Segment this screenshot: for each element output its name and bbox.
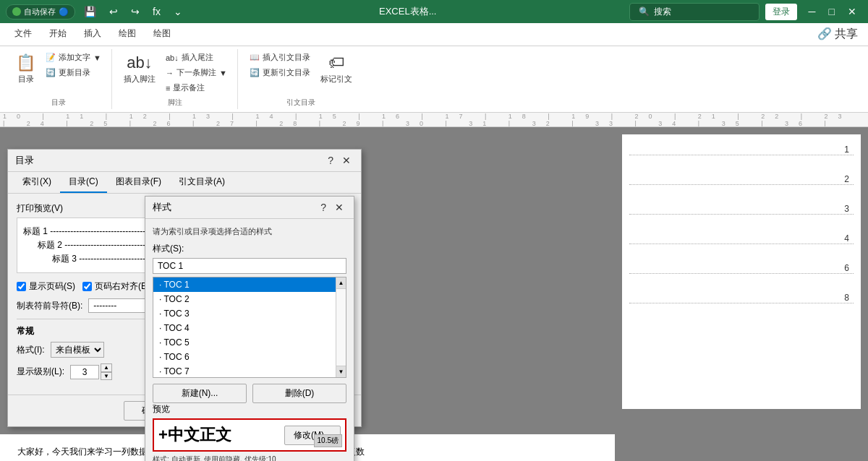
- autosave-toggle[interactable]: 自动保存 🔵: [6, 4, 75, 20]
- search-box[interactable]: 🔍 搜索: [629, 3, 760, 21]
- filename: EXCEL表格...: [379, 6, 436, 17]
- right-align-checkbox[interactable]: 页码右对齐(B): [82, 280, 150, 293]
- style-dialog-help[interactable]: ?: [318, 202, 329, 213]
- style-item-toc2[interactable]: · TOC 2: [153, 292, 346, 306]
- tab-draw2[interactable]: 绘图: [145, 23, 179, 46]
- levels-up-button[interactable]: ▲: [101, 363, 112, 372]
- listbox-scrollbar[interactable]: ▲ ▼: [336, 277, 346, 377]
- doc-area: 目录 ? ✕ 索引(X) 目录(C) 图表目录(F) 引文目录(A) 打印预览(…: [0, 127, 615, 461]
- tab-insert[interactable]: 插入: [75, 23, 110, 46]
- toc-button[interactable]: 📋 目录: [12, 51, 40, 87]
- show-pagenum-checkbox[interactable]: 显示页码(S): [17, 280, 75, 293]
- style-current-input[interactable]: [153, 258, 346, 274]
- insert-citation-button[interactable]: 📖 插入引文目录: [245, 51, 315, 64]
- delete-style-button[interactable]: 删除(D): [252, 384, 346, 403]
- style-dialog-close[interactable]: ✕: [332, 202, 346, 213]
- style-description: 请为索引或目录项选择合适的样式: [153, 226, 346, 237]
- format-select[interactable]: 来自模板: [51, 342, 104, 358]
- footnote-group-label: 脚注: [168, 96, 182, 108]
- restore-button[interactable]: □: [823, 4, 841, 19]
- style-preview-text: +中文正文: [158, 424, 278, 446]
- style-item-toc6[interactable]: · TOC 6: [153, 350, 346, 364]
- doc-line-5: 6: [629, 273, 854, 274]
- ruler: 8 | 7 | 6 | 5 | 4 | 3 | 2 | 1 | 1 | 2 | …: [0, 113, 868, 127]
- style-item-toc1[interactable]: · TOC 1: [153, 277, 346, 292]
- format-label: 格式(I):: [17, 344, 45, 356]
- mark-icon: 🏷: [328, 53, 344, 72]
- formula-button[interactable]: fx: [148, 4, 165, 19]
- show-pagenum-input[interactable]: [17, 282, 26, 291]
- insert-endnote-button[interactable]: ab↓ 插入尾注: [161, 51, 231, 64]
- title-bar-right: 🔍 搜索 登录 ─ □ ✕: [629, 3, 862, 21]
- main-area: 目录 ? ✕ 索引(X) 目录(C) 图表目录(F) 引文目录(A) 打印预览(…: [0, 127, 868, 461]
- title-bar: 自动保存 🔵 💾 ↩ ↪ fx ⌄ EXCEL表格... 🔍 搜索 登录 ─ □…: [0, 0, 868, 23]
- toc-dialog-controls: ? ✕: [325, 155, 354, 166]
- next-footnote-button[interactable]: → 下一条脚注 ▼: [161, 66, 231, 79]
- style-preview-desc1: 样式: 自动更新, 使用前隐藏, 优先级:10: [153, 454, 346, 461]
- login-button[interactable]: 登录: [765, 4, 797, 20]
- style-item-toc3[interactable]: · TOC 3: [153, 306, 346, 321]
- toc-dialog-tabs: 索引(X) 目录(C) 图表目录(F) 引文目录(A): [8, 172, 361, 194]
- style-preview-section: 预览 +中文正文 修改(M)... 10.5磅 样式: 自动更新, 使用前隐藏,…: [153, 403, 346, 461]
- new-style-button[interactable]: 新建(N)...: [153, 384, 247, 403]
- page-num-2: 2: [844, 174, 849, 184]
- save-button[interactable]: 💾: [80, 4, 101, 19]
- search-icon: 🔍: [639, 7, 650, 17]
- mark-citation-button[interactable]: 🏷 标记引文: [316, 51, 357, 87]
- right-align-input[interactable]: [82, 282, 92, 291]
- ribbon-row-footnote: ab↓ 插入脚注 ab↓ 插入尾注 → 下一条脚注 ▼ ≡ 显示备: [119, 51, 231, 95]
- listbox-scroll-down[interactable]: ▼: [336, 366, 346, 377]
- tab-draw1[interactable]: 绘图: [110, 23, 145, 46]
- toc-dialog-title-bar: 目录 ? ✕: [8, 150, 361, 172]
- page-num-6: 8: [844, 293, 849, 303]
- menu-button[interactable]: ⌄: [169, 4, 187, 19]
- close-button[interactable]: ✕: [842, 4, 862, 19]
- update-toc-button[interactable]: 🔄 更新目录: [41, 66, 106, 79]
- ribbon: 文件 开始 插入 绘图 绘图 🔗 共享 📋 目录 📝 添加文字 ▼: [0, 23, 868, 113]
- style-dialog-body: 请为索引或目录项选择合适的样式 样式(S): · TOC 1 · TOC 2 ·…: [145, 219, 354, 461]
- next-footnote-arrow: ▼: [219, 69, 227, 77]
- tab-home[interactable]: 开始: [41, 23, 75, 46]
- toc-dialog-close[interactable]: ✕: [339, 155, 354, 166]
- doc-line-4: 4: [629, 244, 854, 244]
- toc-dialog-help[interactable]: ?: [325, 155, 336, 166]
- style-item-toc4[interactable]: · TOC 4: [153, 321, 346, 335]
- tab-figure[interactable]: 图表目录(F): [107, 172, 170, 193]
- add-text-button[interactable]: 📝 添加文字 ▼: [41, 51, 106, 64]
- style-dialog-title-bar: 样式 ? ✕: [145, 197, 354, 219]
- tab-toc[interactable]: 目录(C): [60, 172, 107, 193]
- listbox-scroll-up[interactable]: ▲: [336, 277, 346, 289]
- update-citation-button[interactable]: 🔄 更新引文目录: [245, 66, 315, 79]
- spinner-buttons: ▲ ▼: [101, 363, 112, 380]
- style-dialog: 样式 ? ✕ 请为索引或目录项选择合适的样式 样式(S): · TOC 1 · …: [145, 196, 354, 461]
- tab-file[interactable]: 文件: [6, 23, 41, 46]
- style-action-buttons: 新建(N)... 删除(D): [153, 384, 346, 403]
- search-placeholder: 搜索: [654, 6, 671, 18]
- redo-button[interactable]: ↪: [127, 4, 144, 19]
- share-button[interactable]: 🔗 共享: [813, 25, 862, 43]
- style-item-toc5[interactable]: · TOC 5: [153, 335, 346, 350]
- undo-button[interactable]: ↩: [105, 4, 122, 19]
- style-dialog-title-text: 样式: [153, 201, 171, 214]
- insert-footnote-button[interactable]: ab↓ 插入脚注: [119, 51, 160, 95]
- style-dialog-controls: ? ✕: [318, 202, 346, 213]
- ribbon-content: 📋 目录 📝 添加文字 ▼ 🔄 更新目录 目录: [0, 46, 868, 112]
- next-footnote-icon: →: [166, 69, 174, 77]
- ribbon-row-citations: 📖 插入引文目录 🔄 更新引文目录 🏷 标记引文: [245, 51, 357, 87]
- levels-input[interactable]: [70, 365, 99, 379]
- dotted-1: [629, 155, 854, 155]
- tab-index[interactable]: 索引(X): [14, 172, 60, 193]
- dotted-2: [629, 184, 854, 185]
- right-page: 1 2 3 4 6 8: [622, 134, 861, 409]
- style-item-toc7[interactable]: · TOC 7: [153, 364, 346, 378]
- autosave-label: 自动保存: [24, 7, 56, 17]
- toggle-indicator: [12, 7, 21, 16]
- tab-citation[interactable]: 引文目录(A): [170, 172, 234, 193]
- minimize-button[interactable]: ─: [803, 4, 822, 19]
- style-list-label: 样式(S):: [153, 243, 346, 255]
- levels-down-button[interactable]: ▼: [101, 372, 112, 381]
- style-listbox[interactable]: · TOC 1 · TOC 2 · TOC 3 · TOC 4 · TOC 5 …: [153, 277, 346, 378]
- show-notes-button[interactable]: ≡ 显示备注: [161, 81, 231, 95]
- page-num-4: 4: [844, 233, 849, 244]
- listbox-scroll-track: [336, 289, 346, 366]
